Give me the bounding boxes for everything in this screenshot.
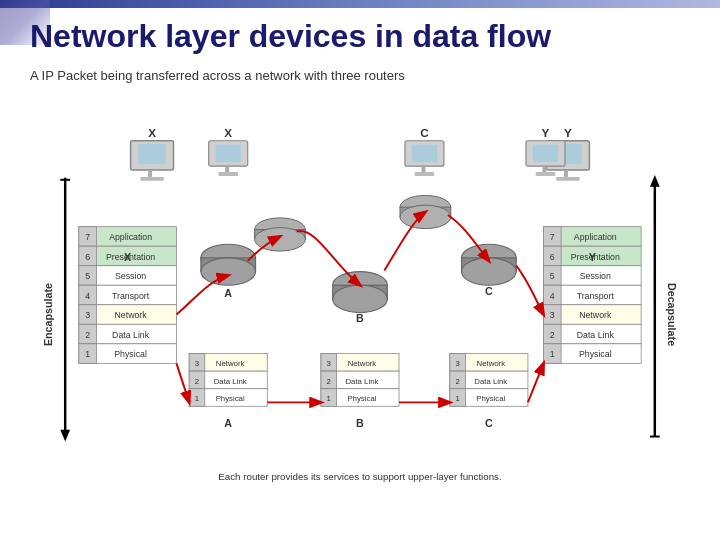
svg-marker-1 bbox=[60, 430, 70, 442]
svg-text:6: 6 bbox=[550, 252, 555, 262]
svg-text:Data Link: Data Link bbox=[474, 377, 507, 386]
svg-rect-126 bbox=[412, 145, 437, 163]
svg-text:Each router provides its servi: Each router provides its services to sup… bbox=[218, 471, 501, 482]
svg-text:4: 4 bbox=[550, 291, 555, 301]
svg-text:Physical: Physical bbox=[476, 394, 505, 403]
svg-text:X: X bbox=[148, 126, 156, 139]
svg-rect-127 bbox=[422, 166, 426, 172]
svg-rect-132 bbox=[543, 166, 547, 172]
svg-point-140 bbox=[400, 205, 451, 228]
svg-text:5: 5 bbox=[550, 271, 555, 281]
svg-text:3: 3 bbox=[195, 359, 199, 368]
svg-text:1: 1 bbox=[550, 349, 555, 359]
svg-text:X: X bbox=[124, 251, 132, 263]
svg-text:2: 2 bbox=[327, 377, 331, 386]
svg-text:C: C bbox=[485, 285, 493, 297]
svg-text:3: 3 bbox=[327, 359, 331, 368]
svg-rect-121 bbox=[216, 145, 241, 163]
svg-text:Network: Network bbox=[348, 359, 377, 368]
svg-text:6: 6 bbox=[85, 252, 90, 262]
svg-text:Application: Application bbox=[574, 232, 617, 242]
svg-point-106 bbox=[462, 258, 517, 285]
svg-text:7: 7 bbox=[550, 232, 555, 242]
svg-point-74 bbox=[201, 258, 256, 285]
svg-rect-122 bbox=[225, 166, 229, 172]
page-title: Network layer devices in data flow bbox=[30, 18, 551, 55]
svg-text:Y: Y bbox=[589, 251, 596, 263]
svg-rect-128 bbox=[415, 172, 435, 176]
svg-text:Data Link: Data Link bbox=[214, 377, 247, 386]
svg-text:Network: Network bbox=[115, 310, 148, 320]
page-subtitle: A IP Packet being transferred across a n… bbox=[30, 68, 405, 83]
svg-text:B: B bbox=[356, 312, 364, 324]
svg-text:3: 3 bbox=[85, 310, 90, 320]
svg-text:1: 1 bbox=[195, 394, 199, 403]
svg-text:Y: Y bbox=[542, 126, 550, 139]
svg-rect-7 bbox=[138, 144, 165, 165]
svg-text:Session: Session bbox=[115, 271, 146, 281]
svg-text:Data Link: Data Link bbox=[577, 330, 615, 340]
svg-text:Physical: Physical bbox=[216, 394, 245, 403]
svg-text:Data Link: Data Link bbox=[112, 330, 150, 340]
decapsulate-label: Decapsulate bbox=[666, 283, 678, 346]
svg-text:X: X bbox=[224, 126, 232, 139]
svg-text:1: 1 bbox=[455, 394, 459, 403]
svg-text:Transport: Transport bbox=[577, 291, 615, 301]
svg-text:4: 4 bbox=[85, 291, 90, 301]
svg-text:A: A bbox=[224, 287, 232, 299]
svg-text:Data Link: Data Link bbox=[345, 377, 378, 386]
svg-rect-131 bbox=[533, 145, 558, 163]
svg-text:7: 7 bbox=[85, 232, 90, 242]
svg-text:1: 1 bbox=[327, 394, 331, 403]
svg-text:Transport: Transport bbox=[112, 291, 150, 301]
svg-text:Y: Y bbox=[564, 126, 572, 139]
svg-text:2: 2 bbox=[195, 377, 199, 386]
svg-text:Network: Network bbox=[216, 359, 245, 368]
svg-text:3: 3 bbox=[550, 310, 555, 320]
svg-rect-9 bbox=[140, 177, 163, 181]
svg-rect-42 bbox=[556, 177, 579, 181]
main-diagram-svg: Encapsulate Decapsulate X 7 Application … bbox=[30, 90, 690, 500]
svg-text:C: C bbox=[485, 417, 493, 429]
svg-rect-123 bbox=[218, 172, 238, 176]
svg-text:1: 1 bbox=[85, 349, 90, 359]
svg-text:Physical: Physical bbox=[579, 349, 612, 359]
svg-text:Physical: Physical bbox=[114, 349, 147, 359]
diagram-area: Encapsulate Decapsulate X 7 Application … bbox=[30, 90, 690, 500]
svg-text:A: A bbox=[224, 417, 232, 429]
svg-text:Session: Session bbox=[580, 271, 611, 281]
svg-rect-41 bbox=[564, 170, 568, 177]
encapsulate-label: Encapsulate bbox=[42, 283, 54, 346]
svg-point-90 bbox=[333, 285, 388, 312]
svg-text:Application: Application bbox=[109, 232, 152, 242]
svg-rect-8 bbox=[148, 170, 152, 177]
svg-text:3: 3 bbox=[455, 359, 459, 368]
svg-text:2: 2 bbox=[455, 377, 459, 386]
top-bar bbox=[0, 0, 720, 8]
svg-text:2: 2 bbox=[550, 330, 555, 340]
svg-text:Physical: Physical bbox=[347, 394, 376, 403]
svg-rect-133 bbox=[536, 172, 556, 176]
svg-text:C: C bbox=[420, 126, 429, 139]
svg-text:5: 5 bbox=[85, 271, 90, 281]
svg-marker-4 bbox=[650, 175, 660, 187]
svg-text:B: B bbox=[356, 417, 364, 429]
svg-text:Network: Network bbox=[579, 310, 612, 320]
svg-text:2: 2 bbox=[85, 330, 90, 340]
svg-text:Network: Network bbox=[477, 359, 506, 368]
